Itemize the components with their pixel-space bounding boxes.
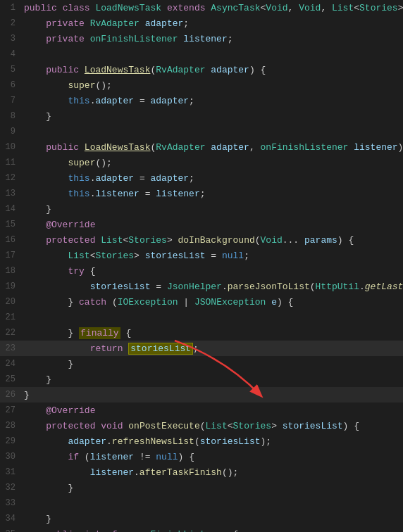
line-2: 2 private RvAdapter adapter; [0, 15, 403, 31]
line-21: 21 [0, 310, 403, 325]
line-1: 1 public class LoadNewsTask extends Asyn… [0, 0, 403, 15]
line-3: 3 private onFinishListener listener; [0, 31, 403, 46]
line-19: 19 storiesList = JsonHelper.parseJsonToL… [0, 279, 403, 294]
line-23: 23 return storiesList; [0, 341, 403, 356]
line-14: 14 } [0, 201, 403, 217]
line-31: 31 listener.afterTaskFinish(); [0, 464, 403, 480]
line-24: 24 } [0, 356, 403, 372]
line-32: 32 } [0, 480, 403, 495]
line-12: 12 this.adapter = adapter; [0, 170, 403, 186]
line-10: 10 public LoadNewsTask(RvAdapter adapter… [0, 139, 403, 155]
line-7: 7 this.adapter = adapter; [0, 93, 403, 108]
line-22: 22 } finally { [0, 325, 403, 341]
line-30: 30 if (listener != null) { [0, 449, 403, 464]
line-26: 26 } [0, 387, 403, 403]
line-5: 5 public LoadNewsTask(RvAdapter adapter)… [0, 62, 403, 77]
line-20: 20 } catch (IOException | JSONException … [0, 294, 403, 310]
line-15: 15 @Override [0, 217, 403, 232]
line-16: 16 protected List<Stories> doInBackgroun… [0, 232, 403, 248]
line-11: 11 super(); [0, 155, 403, 170]
line-28: 28 protected void onPostExecute(List<Sto… [0, 418, 403, 433]
line-4: 4 [0, 46, 403, 62]
line-6: 6 super(); [0, 77, 403, 93]
line-9: 9 [0, 124, 403, 139]
line-18: 18 try { [0, 263, 403, 279]
line-8: 8 } [0, 108, 403, 124]
line-17: 17 List<Stories> storiesList = null; [0, 248, 403, 263]
code-editor: 1 public class LoadNewsTask extends Asyn… [0, 0, 403, 532]
line-33: 33 [0, 495, 403, 511]
line-29: 29 adapter.refreshNewsList(storiesList); [0, 433, 403, 449]
line-27: 27 @Override [0, 403, 403, 418]
line-25: 25 } [0, 372, 403, 387]
line-13: 13 this.listener = listener; [0, 186, 403, 201]
line-35: 35 public interface onFinishListener { [0, 526, 403, 532]
line-34: 34 } [0, 511, 403, 526]
